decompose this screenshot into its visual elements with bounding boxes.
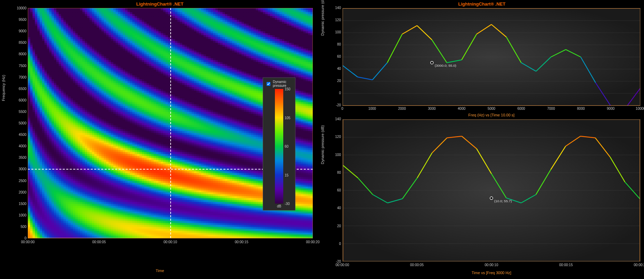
- svg-point-14430: [431, 61, 433, 64]
- bot-line-plot[interactable]: (10.0; 55.7): [342, 119, 641, 262]
- svg-line-14414: [402, 26, 417, 34]
- heatmap-ytick: 9000: [10, 29, 26, 33]
- heatmap-xlabel: Time: [3, 269, 316, 273]
- line-ytick: 120: [331, 18, 341, 22]
- line-ytick: 80: [331, 42, 341, 46]
- heatmap-plot-area[interactable]: Frequency (Hz) 0500100015002000250030003…: [3, 8, 316, 265]
- svg-rect-14323: [130, 8, 133, 10]
- svg-rect-14388: [284, 8, 287, 10]
- heatmap-ytick: 9500: [10, 18, 26, 22]
- svg-rect-14348: [189, 8, 192, 10]
- svg-line-14426: [581, 57, 596, 83]
- svg-rect-14335: [158, 8, 161, 10]
- svg-rect-14357: [211, 8, 213, 10]
- svg-line-14422: [521, 63, 536, 71]
- legend-checkbox[interactable]: [267, 82, 270, 86]
- svg-rect-14352: [199, 8, 202, 10]
- svg-line-14460: [610, 157, 625, 182]
- svg-rect-14382: [270, 8, 273, 10]
- svg-rect-14358: [213, 8, 216, 10]
- svg-rect-14390: [289, 8, 292, 10]
- svg-rect-14379: [263, 8, 266, 10]
- line-charts-panel: LightningChart® .NET Dynamic pressure (d…: [320, 0, 644, 279]
- legend-dynamic-pressure-toggle[interactable]: Dynamic pressure: [265, 80, 293, 88]
- svg-rect-14294: [61, 8, 64, 10]
- line-ytick: 0: [331, 242, 341, 246]
- svg-rect-14316: [113, 8, 116, 10]
- svg-rect-14298: [71, 8, 73, 10]
- svg-rect-14384: [275, 8, 278, 10]
- colorbar-tick: 60: [285, 145, 288, 148]
- svg-rect-14398: [308, 8, 311, 10]
- svg-rect-14359: [215, 8, 218, 10]
- svg-rect-14370: [242, 8, 244, 10]
- top-line-xlabel: Freq (Hz) vs [Time 10.00 s]: [342, 113, 641, 117]
- svg-rect-14312: [104, 8, 107, 10]
- svg-rect-14369: [239, 8, 242, 10]
- svg-rect-14378: [261, 8, 263, 10]
- svg-line-14410: [343, 66, 358, 77]
- line-xtick: 00:00:00: [334, 263, 351, 267]
- svg-line-14416: [432, 40, 447, 63]
- svg-rect-14366: [232, 8, 235, 10]
- line-ytick: 100: [331, 30, 341, 34]
- svg-rect-14309: [97, 8, 99, 10]
- svg-rect-14397: [306, 8, 309, 10]
- top-line-chart[interactable]: Dynamic pressure (dB) (3000.0; 55.0) -20…: [323, 8, 641, 119]
- svg-rect-14311: [101, 8, 104, 10]
- heatmap-ylabel: Frequency (Hz): [1, 75, 6, 101]
- svg-rect-14350: [194, 8, 197, 10]
- line-ytick: 120: [331, 135, 341, 139]
- svg-line-14413: [387, 34, 402, 63]
- line-xtick: 8000: [572, 107, 589, 110]
- svg-rect-14345: [182, 8, 185, 10]
- svg-rect-14280: [28, 8, 31, 10]
- svg-rect-14340: [170, 8, 173, 10]
- line-ytick: 140: [331, 6, 341, 10]
- svg-rect-14286: [42, 8, 45, 10]
- line-ytick: 140: [331, 117, 341, 121]
- svg-line-14459: [595, 138, 610, 157]
- svg-rect-14324: [132, 8, 135, 10]
- svg-line-14443: [358, 178, 373, 195]
- line-xtick: 5000: [483, 107, 500, 110]
- svg-rect-14304: [85, 8, 88, 10]
- line-xtick: 4000: [453, 107, 470, 110]
- svg-rect-14396: [303, 8, 306, 10]
- top-line-plot[interactable]: (3000.0; 55.0): [342, 8, 641, 106]
- svg-rect-14383: [272, 8, 275, 10]
- svg-rect-14327: [139, 8, 142, 10]
- line-xtick: 3000: [423, 107, 440, 110]
- line-xtick: 00:00:10: [483, 263, 500, 267]
- heatmap-ytick: 6000: [10, 98, 26, 102]
- line-xtick: 00:00:05: [408, 263, 426, 267]
- heatmap-ytick: 500: [10, 225, 26, 229]
- colorbar-tick: 150: [285, 87, 291, 91]
- heatmap-ytick: 1500: [10, 202, 26, 206]
- legend-title: Dynamic pressure: [273, 80, 293, 88]
- svg-rect-14301: [78, 8, 81, 10]
- svg-rect-14315: [111, 8, 114, 10]
- line-xtick: 6000: [513, 107, 530, 110]
- heatmap-ytick: 5000: [10, 121, 26, 125]
- line-ytick: 40: [331, 67, 341, 71]
- svg-rect-14342: [175, 8, 178, 10]
- svg-rect-14371: [244, 8, 247, 10]
- svg-line-14425: [566, 50, 581, 57]
- svg-line-14450: [462, 136, 477, 149]
- svg-rect-14375: [253, 8, 256, 10]
- svg-rect-14373: [249, 8, 252, 10]
- svg-rect-14297: [68, 8, 71, 10]
- line-ytick: 60: [331, 188, 341, 192]
- heatmap-ytick: 7500: [10, 64, 26, 68]
- line-xtick: 0: [334, 107, 351, 110]
- svg-rect-14386: [279, 8, 282, 10]
- svg-rect-14368: [237, 8, 239, 10]
- bottom-line-chart[interactable]: Dynamic pressure (dB) (10.0; 55.7) -2002…: [323, 119, 641, 276]
- svg-rect-14360: [218, 8, 221, 10]
- heatmap-ytick: 1000: [10, 213, 26, 217]
- svg-rect-14364: [227, 8, 230, 10]
- line-xtick: 00:00:15: [557, 263, 575, 267]
- svg-rect-14302: [80, 8, 83, 10]
- heatmap-ytick: 10000: [10, 6, 26, 10]
